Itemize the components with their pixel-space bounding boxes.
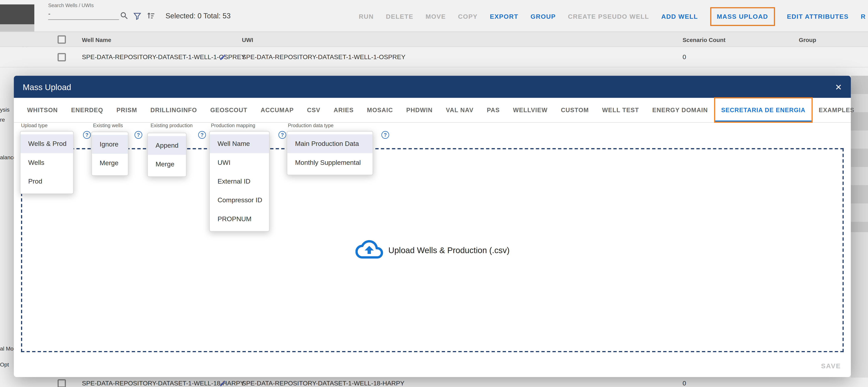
menu-item-external-id[interactable]: External ID <box>210 172 269 191</box>
menu-item-monthly-supplemental[interactable]: Monthly Supplemental <box>287 153 372 172</box>
modal-header: Mass Upload ✕ <box>14 76 851 98</box>
menu-item-merge[interactable]: Merge <box>148 155 186 173</box>
existing-production-menu: Append Merge <box>147 133 186 177</box>
help-icon[interactable]: ? <box>83 131 91 139</box>
tab-secretaria-de-energia[interactable]: SECRETARIA DE ENERGIA <box>715 98 812 122</box>
tab-csv[interactable]: CSV <box>301 98 327 122</box>
tab-aries[interactable]: ARIES <box>327 98 361 122</box>
production-mapping-label: Production mapping <box>211 123 255 128</box>
upload-source-tabs: WHITSON ENERDEQ PRISM DRILLINGINFO GEOSC… <box>14 98 851 123</box>
tab-energy-domain[interactable]: ENERGY DOMAIN <box>646 98 715 122</box>
menu-item-main-production-data[interactable]: Main Production Data <box>287 134 372 153</box>
production-data-type-label: Production data type <box>288 123 334 128</box>
help-icon[interactable]: ? <box>198 131 206 139</box>
existing-wells-menu: Ignore Merge <box>91 131 128 176</box>
tab-wellview[interactable]: WELLVIEW <box>506 98 554 122</box>
production-data-type-menu: Main Production Data Monthly Supplementa… <box>287 131 373 175</box>
app-root: Search Wells / UWIs - Selected: 0 Total:… <box>0 0 868 387</box>
tab-phdwin[interactable]: PHDWIN <box>400 98 439 122</box>
cloud-upload-icon <box>355 235 383 265</box>
menu-item-wells[interactable]: Wells <box>21 153 73 172</box>
save-button[interactable]: SAVE <box>821 362 841 370</box>
help-icon[interactable]: ? <box>134 131 142 139</box>
menu-item-merge[interactable]: Merge <box>92 154 128 172</box>
tab-mosaic[interactable]: MOSAIC <box>360 98 400 122</box>
close-icon[interactable]: ✕ <box>835 83 842 91</box>
help-icon[interactable]: ? <box>278 131 286 139</box>
menu-item-prod[interactable]: Prod <box>21 172 73 191</box>
menu-item-well-name[interactable]: Well Name <box>210 134 269 153</box>
help-icon[interactable]: ? <box>381 131 389 139</box>
menu-item-wells-and-prod[interactable]: Wells & Prod <box>21 134 73 153</box>
modal-title: Mass Upload <box>23 82 71 92</box>
menu-item-propnum[interactable]: PROPNUM <box>210 209 269 228</box>
upload-type-menu: Wells & Prod Wells Prod <box>20 131 73 194</box>
tab-accumap[interactable]: ACCUMAP <box>254 98 301 122</box>
menu-item-uwi[interactable]: UWI <box>210 153 269 172</box>
menu-item-append[interactable]: Append <box>148 136 186 155</box>
tab-val-nav[interactable]: VAL NAV <box>439 98 480 122</box>
upload-type-label: Upload type <box>21 123 48 128</box>
dropzone-label: Upload Wells & Production (.csv) <box>388 246 509 255</box>
existing-wells-label: Existing wells <box>93 123 123 128</box>
tab-whitson[interactable]: WHITSON <box>21 98 64 122</box>
tab-enerdeq[interactable]: ENERDEQ <box>64 98 110 122</box>
mass-upload-modal: Mass Upload ✕ WHITSON ENERDEQ PRISM DRIL… <box>14 76 851 377</box>
tab-custom[interactable]: CUSTOM <box>554 98 595 122</box>
menu-item-ignore[interactable]: Ignore <box>92 135 128 154</box>
tab-drillinginfo[interactable]: DRILLINGINFO <box>144 98 204 122</box>
tab-examples[interactable]: EXAMPLES <box>812 98 861 122</box>
tab-prism[interactable]: PRISM <box>110 98 144 122</box>
tab-well-test[interactable]: WELL TEST <box>595 98 646 122</box>
menu-item-compressor-id[interactable]: Compressor ID <box>210 191 269 209</box>
production-mapping-menu: Well Name UWI External ID Compressor ID … <box>209 131 270 232</box>
tab-pas[interactable]: PAS <box>480 98 506 122</box>
csv-dropzone[interactable]: Upload Wells & Production (.csv) <box>21 148 844 352</box>
existing-production-label: Existing production <box>151 123 192 128</box>
tab-geoscout[interactable]: GEOSCOUT <box>204 98 254 122</box>
